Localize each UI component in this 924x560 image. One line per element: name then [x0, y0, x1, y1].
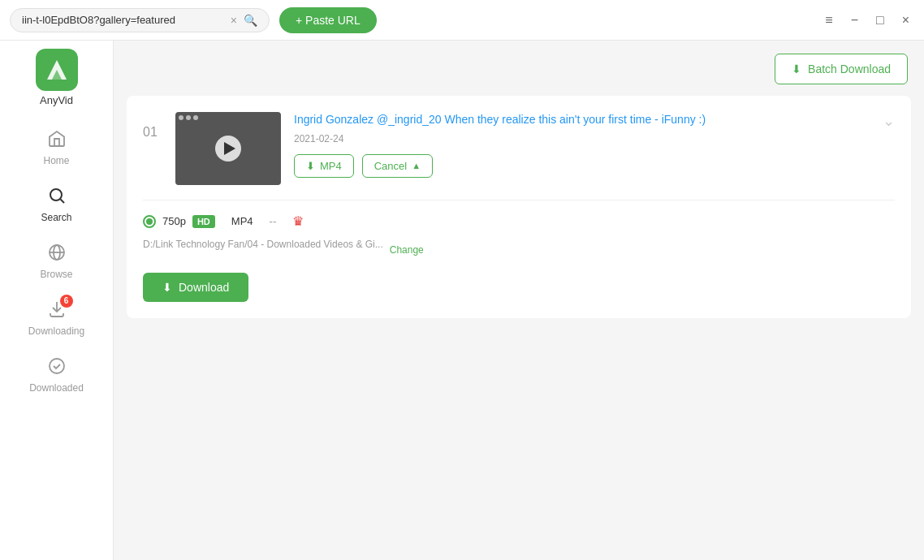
video-thumbnail[interactable]: [175, 112, 281, 185]
video-row: 01 Ingrid Gonzalez @_ingrid_20 When they…: [143, 112, 895, 185]
cancel-button[interactable]: Cancel ▲: [362, 154, 433, 178]
expand-icon[interactable]: ⌄: [883, 112, 895, 130]
chevron-up-icon: ▲: [412, 161, 421, 170]
sidebar-item-search-label: Search: [41, 212, 71, 223]
minimize-button[interactable]: −: [846, 10, 863, 31]
app-logo: [36, 49, 78, 91]
sidebar-item-browse-label: Browse: [40, 269, 72, 280]
window-controls: ≡ − □ ×: [820, 10, 914, 31]
sidebar-item-search[interactable]: Search: [0, 176, 113, 233]
home-icon: [47, 129, 67, 152]
change-path-link[interactable]: Change: [390, 244, 424, 256]
maximize-button[interactable]: □: [871, 10, 889, 31]
cancel-button-label: Cancel: [374, 160, 407, 172]
hd-badge: HD: [192, 215, 215, 228]
downloaded-icon: [47, 356, 67, 379]
download-icon-small: ⬇: [306, 160, 315, 172]
url-bar: iin-t-l0EpdBtO8?gallery=featured × 🔍: [10, 8, 270, 32]
sidebar-item-downloaded[interactable]: Downloaded: [0, 347, 113, 403]
dot1: [179, 115, 184, 120]
downloading-badge: 6: [60, 295, 73, 308]
play-triangle-icon: [224, 142, 235, 155]
sidebar-item-downloading-label: Downloading: [28, 325, 84, 337]
sidebar: AnyVid Home Search: [0, 41, 114, 560]
format-row: 750p HD MP4 -- ♛ D:/Link Technology Fan/…: [143, 200, 895, 302]
sidebar-item-browse[interactable]: Browse: [0, 233, 113, 290]
format-options: 750p HD MP4 -- ♛: [143, 213, 895, 229]
save-path-text: D:/Link Technology Fan/04 - Downloaded V…: [143, 239, 383, 250]
download-button[interactable]: ⬇ Download: [143, 273, 248, 302]
video-card: 01 Ingrid Gonzalez @_ingrid_20 When they…: [127, 96, 911, 318]
menu-button[interactable]: ≡: [820, 10, 837, 31]
download-btn-label: Download: [179, 281, 229, 294]
mp4-button[interactable]: ⬇ MP4: [294, 154, 354, 178]
sidebar-item-home[interactable]: Home: [0, 119, 113, 176]
url-text: iin-t-l0EpdBtO8?gallery=featured: [22, 14, 224, 26]
video-date: 2021-02-24: [294, 133, 870, 144]
close-button[interactable]: ×: [897, 10, 914, 31]
resolution-option[interactable]: 750p HD: [143, 215, 215, 228]
download-btn-icon: ⬇: [162, 281, 172, 294]
duration-label: --: [270, 215, 277, 227]
video-title: Ingrid Gonzalez @_ingrid_20 When they re…: [294, 112, 870, 128]
paste-url-button[interactable]: + Paste URL: [279, 7, 377, 33]
sidebar-item-downloaded-label: Downloaded: [29, 382, 84, 394]
svg-point-2: [50, 189, 62, 200]
thumb-overlay: [179, 115, 198, 120]
svg-line-3: [60, 200, 64, 204]
search-icon: 🔍: [244, 14, 257, 27]
downloading-icon: 6: [47, 299, 67, 322]
batch-download-label: Batch Download: [808, 62, 891, 75]
video-info: Ingrid Gonzalez @_ingrid_20 When they re…: [294, 112, 870, 178]
batch-download-icon: ⬇: [792, 62, 801, 75]
crown-icon: ♛: [292, 213, 304, 229]
url-clear-button[interactable]: ×: [231, 15, 237, 26]
radio-inner: [146, 218, 153, 225]
video-actions: ⬇ MP4 Cancel ▲: [294, 154, 870, 178]
format-type-label: MP4: [231, 215, 253, 227]
save-path-row: D:/Link Technology Fan/04 - Downloaded V…: [143, 239, 895, 261]
sidebar-item-home-label: Home: [43, 155, 69, 166]
resolution-label: 750p: [162, 215, 186, 227]
dot2: [186, 115, 191, 120]
video-number: 01: [143, 125, 162, 140]
radio-selected: [143, 215, 156, 228]
search-nav-icon: [47, 186, 67, 209]
title-bar: iin-t-l0EpdBtO8?gallery=featured × 🔍 + P…: [0, 0, 924, 41]
browse-icon: [47, 243, 67, 265]
sidebar-item-downloading[interactable]: 6 Downloading: [0, 290, 113, 347]
content-area: ⬇ Batch Download 01 Ingrid G: [114, 41, 924, 560]
batch-download-button[interactable]: ⬇ Batch Download: [775, 54, 908, 84]
dot3: [193, 115, 198, 120]
play-button[interactable]: [215, 136, 241, 162]
app-name-label: AnyVid: [40, 94, 73, 106]
main-layout: AnyVid Home Search: [0, 41, 924, 560]
svg-point-7: [50, 359, 64, 373]
mp4-button-label: MP4: [320, 160, 342, 172]
